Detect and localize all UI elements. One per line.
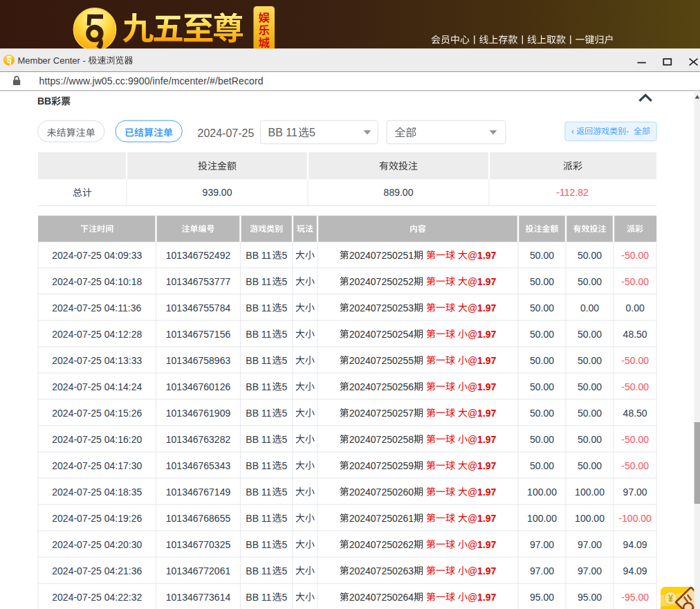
svg-text:1.97: 1.97 [477, 408, 496, 419]
svg-text:@: @ [468, 276, 477, 287]
svg-text:@: @ [468, 381, 477, 392]
svg-text:48.50: 48.50 [623, 408, 647, 419]
svg-text:101346768655: 101346768655 [166, 513, 231, 524]
svg-text:2024-07-25 04:19:26: 2024-07-25 04:19:26 [52, 513, 142, 524]
svg-text:2024-07-25 04:14:24: 2024-07-25 04:14:24 [52, 381, 142, 392]
svg-text:97.00: 97.00 [623, 487, 647, 498]
svg-text:50.00: 50.00 [530, 250, 554, 261]
svg-text:48.50: 48.50 [623, 329, 647, 340]
svg-text:202407250262: 202407250262 [349, 539, 414, 550]
svg-text:100.00: 100.00 [527, 487, 557, 498]
svg-text:50.00: 50.00 [530, 302, 554, 313]
svg-text:202407250254: 202407250254 [349, 329, 414, 340]
svg-text:50.00: 50.00 [530, 355, 554, 366]
svg-text:202407250263: 202407250263 [349, 565, 414, 576]
svg-text:@: @ [468, 434, 477, 445]
svg-text:2024-07-25 04:22:32: 2024-07-25 04:22:32 [52, 592, 142, 603]
svg-text:BB 11: BB 11 [246, 539, 271, 550]
svg-text:94.09: 94.09 [623, 539, 647, 550]
svg-text:BB 11: BB 11 [246, 302, 271, 313]
svg-text:-: - [626, 127, 629, 136]
svg-text:2024-07-25 04:17:30: 2024-07-25 04:17:30 [52, 460, 142, 471]
svg-text:97.00: 97.00 [578, 565, 602, 576]
svg-text:1.97: 1.97 [477, 329, 496, 340]
svg-text:2024-07-25 04:20:30: 2024-07-25 04:20:30 [52, 539, 142, 550]
svg-text:5: 5 [282, 592, 287, 603]
svg-text:101346760126: 101346760126 [166, 381, 231, 392]
svg-text:1.97: 1.97 [477, 434, 496, 445]
svg-text:@: @ [468, 355, 477, 366]
svg-text:2024-07-25 04:15:26: 2024-07-25 04:15:26 [52, 408, 142, 419]
svg-text:202407250252: 202407250252 [349, 276, 414, 287]
svg-text:1.97: 1.97 [477, 592, 496, 603]
svg-text:-112.82: -112.82 [556, 187, 589, 198]
svg-text:5: 5 [282, 487, 287, 498]
svg-text:1.97: 1.97 [477, 355, 496, 366]
svg-text:1.97: 1.97 [477, 302, 496, 313]
svg-text:5: 5 [282, 302, 287, 313]
svg-text:@: @ [468, 565, 477, 576]
svg-text:50.00: 50.00 [530, 408, 554, 419]
svg-text:-50.00: -50.00 [621, 381, 649, 392]
svg-text:50.00: 50.00 [578, 250, 602, 261]
svg-text:97.00: 97.00 [530, 565, 554, 576]
svg-text:5: 5 [282, 408, 287, 419]
svg-text:50.00: 50.00 [578, 460, 602, 471]
svg-text:94.09: 94.09 [623, 565, 647, 576]
svg-text:@: @ [468, 539, 477, 550]
svg-text:50.00: 50.00 [530, 434, 554, 445]
svg-text:939.00: 939.00 [203, 187, 232, 198]
svg-text:@: @ [468, 329, 477, 340]
svg-text:‹: ‹ [571, 127, 574, 136]
svg-text:1.97: 1.97 [477, 539, 496, 550]
svg-text:5: 5 [282, 276, 287, 287]
svg-text:50.00: 50.00 [530, 329, 554, 340]
svg-text:50.00: 50.00 [578, 434, 602, 445]
svg-text:@: @ [468, 408, 477, 419]
svg-text:202407250257: 202407250257 [349, 408, 414, 419]
svg-text:BB 11: BB 11 [246, 276, 271, 287]
svg-text:2024-07-25 04:12:28: 2024-07-25 04:12:28 [52, 329, 142, 340]
svg-text:2024-07-25 04:13:33: 2024-07-25 04:13:33 [52, 355, 142, 366]
svg-text:BB: BB [37, 96, 51, 107]
svg-text:100.00: 100.00 [575, 513, 605, 524]
svg-text:101346763282: 101346763282 [166, 434, 231, 445]
svg-text:-95.00: -95.00 [621, 592, 649, 603]
svg-text:101346757156: 101346757156 [166, 329, 231, 340]
svg-text:BB 11: BB 11 [246, 434, 271, 445]
svg-text:2024-07-25 04:11:36: 2024-07-25 04:11:36 [52, 302, 141, 313]
svg-text:101346755784: 101346755784 [166, 302, 231, 313]
svg-text:889.00: 889.00 [384, 187, 414, 198]
svg-text:5: 5 [282, 539, 287, 550]
svg-text:0.00: 0.00 [580, 302, 599, 313]
svg-text:5: 5 [282, 513, 287, 524]
svg-text:2024-07-25 04:10:18: 2024-07-25 04:10:18 [52, 276, 142, 287]
svg-text:5: 5 [282, 460, 287, 471]
svg-text:50.00: 50.00 [578, 355, 602, 366]
svg-text:100.00: 100.00 [527, 513, 557, 524]
svg-text:BB 11: BB 11 [246, 408, 271, 419]
svg-text:-100.00: -100.00 [618, 513, 652, 524]
svg-text:50.00: 50.00 [578, 276, 602, 287]
svg-text:95.00: 95.00 [530, 592, 554, 603]
svg-text:2024-07-25 04:18:35: 2024-07-25 04:18:35 [52, 487, 142, 498]
svg-text:-50.00: -50.00 [621, 434, 649, 445]
svg-text:1.97: 1.97 [477, 276, 496, 287]
svg-text:1.97: 1.97 [477, 565, 496, 576]
svg-text:BB 11: BB 11 [246, 355, 271, 366]
svg-text:100.00: 100.00 [575, 487, 605, 498]
svg-text:-50.00: -50.00 [621, 460, 649, 471]
svg-text:BB 11: BB 11 [246, 487, 271, 498]
svg-text:50.00: 50.00 [530, 381, 554, 392]
svg-text:101346773614: 101346773614 [166, 592, 231, 603]
svg-text:97.00: 97.00 [578, 539, 602, 550]
svg-text:50.00: 50.00 [530, 460, 554, 471]
svg-text:202407250255: 202407250255 [349, 355, 414, 366]
svg-text:50.00: 50.00 [578, 381, 602, 392]
svg-text:5: 5 [282, 355, 287, 366]
svg-text:1.97: 1.97 [477, 513, 496, 524]
svg-text:BB 11: BB 11 [246, 565, 271, 576]
svg-text:-50.00: -50.00 [621, 355, 649, 366]
svg-text:101346752492: 101346752492 [166, 250, 231, 261]
svg-text:5: 5 [282, 565, 287, 576]
